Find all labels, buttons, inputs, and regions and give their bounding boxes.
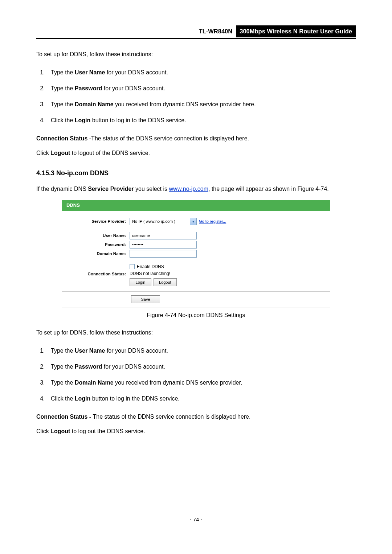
service-provider-select[interactable]: No-IP ( www.no-ip.com ) ▾ (130, 218, 197, 225)
password-input[interactable] (130, 241, 197, 249)
noip-link[interactable]: www.no-ip.com (169, 186, 208, 192)
doc-header: TL-WR840N300Mbps Wireless N Router User … (36, 25, 356, 39)
row-password: Password: (68, 241, 324, 249)
save-button[interactable]: Save (131, 295, 160, 303)
login-button[interactable]: Login (130, 278, 151, 286)
step-item: Type the Domain Name you received from d… (46, 97, 356, 112)
step-item: Type the Password for your DDNS account. (46, 81, 356, 97)
intro-text-2: To set up for DDNS, follow these instruc… (36, 328, 356, 337)
connection-status-note-1: Connection Status -The status of the DDN… (36, 134, 356, 143)
model-label: TL-WR840N (197, 25, 236, 37)
label-password: Password: (68, 242, 130, 247)
row-domain-name: Domain Name: (68, 250, 324, 258)
label-user-name: User Name: (68, 233, 130, 238)
row-connection-status: Connection Status: DDNS not launching! (68, 271, 324, 277)
figure-caption: Figure 4-74 No-ip.com DDNS Settings (36, 311, 356, 320)
connection-status-text: DDNS not launching! (130, 271, 170, 277)
label-domain-name: Domain Name: (68, 251, 130, 257)
logout-note-1: Click Logout to logout of the DDNS servi… (36, 149, 356, 157)
section-intro: If the dynamic DNS Service Provider you … (36, 185, 356, 193)
connection-status-note-2: Connection Status - The status of the DD… (36, 413, 356, 421)
label-connection-status: Connection Status: (68, 271, 130, 277)
steps-list-2: Type the User Name for your DDNS account… (36, 343, 356, 407)
label-service-provider: Service Provider: (68, 219, 130, 224)
ddns-settings-panel: DDNS Service Provider: No-IP ( www.no-ip… (62, 200, 330, 308)
step-item: Click the Login button to log in the DDN… (46, 391, 356, 407)
logout-button[interactable]: Logout (154, 278, 177, 286)
row-login-buttons: Login Logout (68, 278, 324, 286)
row-enable-ddns: Enable DDNS (68, 264, 324, 270)
step-item: Type the Password for your DDNS account. (46, 359, 356, 375)
guide-label: 300Mbps Wireless N Router User Guide (236, 25, 356, 37)
step-item: Type the User Name for your DDNS account… (46, 343, 356, 359)
step-item: Type the Domain Name you received from d… (46, 375, 356, 391)
row-service-provider: Service Provider: No-IP ( www.no-ip.com … (68, 218, 324, 225)
user-name-input[interactable] (130, 232, 197, 239)
intro-text-1: To set up for DDNS, follow these instruc… (36, 50, 356, 59)
step-item: Type the User Name for your DDNS account… (46, 65, 356, 81)
go-register-link[interactable]: Go to register... (199, 219, 226, 224)
logout-note-2: Click Logout to log out the DDNS service… (36, 427, 356, 436)
enable-ddns-label: Enable DDNS (137, 264, 164, 270)
row-save: Save (62, 291, 330, 308)
row-user-name: User Name: (68, 232, 324, 239)
enable-ddns-checkbox[interactable] (130, 264, 135, 269)
ddns-panel-title: DDNS (62, 200, 330, 211)
step-item: Click the Login button to log in to the … (46, 112, 356, 128)
page-number: - 74 - (36, 516, 356, 524)
chevron-down-icon: ▾ (190, 218, 196, 225)
service-provider-value: No-IP ( www.no-ip.com ) (132, 219, 175, 224)
steps-list-1: Type the User Name for your DDNS account… (36, 65, 356, 128)
domain-name-input[interactable] (130, 250, 197, 258)
section-heading: 4.15.3 No-ip.com DDNS (36, 168, 356, 178)
